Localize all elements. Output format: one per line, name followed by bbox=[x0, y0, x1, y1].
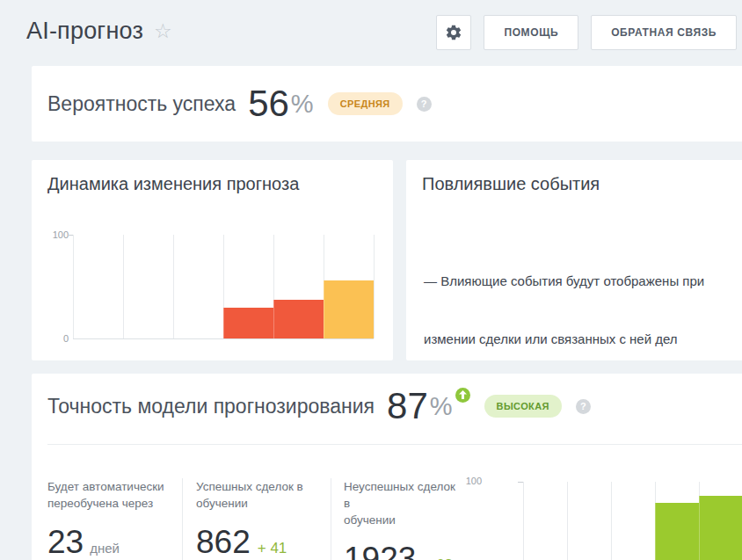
dynamics-y-axis-100: 100 bbox=[39, 229, 69, 240]
events-title: Повлиявшие события bbox=[406, 160, 742, 194]
dynamics-y-axis-0: 0 bbox=[39, 333, 69, 344]
accuracy-chart-y-axis-100: 100 bbox=[452, 476, 482, 486]
stat-successful-deals: Успешных сделок в обучении 862 + 41 bbox=[183, 478, 331, 560]
training-stats-row: Будет автоматически переобучена через 23… bbox=[32, 478, 463, 560]
influencing-events-card: Повлиявшие события — Влияющие события бу… bbox=[406, 160, 742, 360]
help-button[interactable]: ПОМОЩЬ bbox=[484, 15, 578, 50]
accuracy-level-badge: ВЫСОКАЯ bbox=[484, 395, 562, 418]
stat-unsuccessful-value: 1923 bbox=[344, 542, 416, 560]
settings-button[interactable] bbox=[436, 15, 471, 50]
probability-unit: % bbox=[291, 91, 314, 117]
page-title: AI-прогноз bbox=[26, 18, 143, 45]
accuracy-unit: % bbox=[430, 394, 453, 419]
probability-help-icon[interactable]: ? bbox=[417, 97, 432, 112]
probability-label: Вероятность успеха bbox=[47, 92, 236, 116]
dynamics-title: Динамика изменения прогноза bbox=[32, 160, 393, 194]
stat-unsuccessful-delta: + 68 bbox=[423, 556, 453, 560]
stat-successful-delta: + 41 bbox=[258, 540, 287, 557]
header-actions: ПОМОЩЬ ОБРАТНАЯ СВЯЗЬ bbox=[436, 15, 737, 50]
ai-forecast-page: AI-прогноз ☆ ПОМОЩЬ ОБРАТНАЯ СВЯЗЬ Вероя… bbox=[0, 0, 742, 560]
favorite-star-icon[interactable]: ☆ bbox=[154, 21, 172, 41]
forecast-dynamics-chart bbox=[73, 235, 374, 339]
accuracy-help-icon[interactable]: ? bbox=[576, 399, 591, 414]
gear-icon bbox=[445, 24, 462, 41]
accuracy-label: Точность модели прогнозирования bbox=[47, 395, 375, 418]
events-empty-message: — Влияющие события будут отображены при … bbox=[406, 194, 742, 388]
model-accuracy-card: Точность модели прогнозирования 87 % ВЫС… bbox=[32, 374, 742, 560]
probability-card: Вероятность успеха 56 % СРЕДНЯЯ ? bbox=[32, 66, 742, 142]
stat-retrain-suffix: дней bbox=[90, 541, 120, 556]
feedback-button[interactable]: ОБРАТНАЯ СВЯЗЬ bbox=[591, 15, 737, 50]
stat-retrain-countdown: Будет автоматически переобучена через 23… bbox=[32, 478, 183, 560]
probability-level-badge: СРЕДНЯЯ bbox=[328, 92, 403, 115]
stat-unsuccessful-deals: Неуспешных сделок в обучении 1923 + 68 bbox=[331, 478, 463, 560]
stat-successful-value: 862 bbox=[196, 526, 251, 558]
stat-retrain-value: 23 bbox=[47, 526, 84, 558]
probability-value: 56 bbox=[248, 85, 289, 122]
accuracy-value: 87 bbox=[387, 388, 428, 425]
accuracy-divider bbox=[47, 444, 742, 445]
accuracy-history-chart bbox=[523, 482, 742, 560]
page-header: AI-прогноз ☆ ПОМОЩЬ ОБРАТНАЯ СВЯЗЬ bbox=[0, 0, 742, 66]
trend-up-icon bbox=[455, 388, 470, 403]
forecast-dynamics-card: Динамика изменения прогноза 100 0 bbox=[32, 160, 393, 360]
